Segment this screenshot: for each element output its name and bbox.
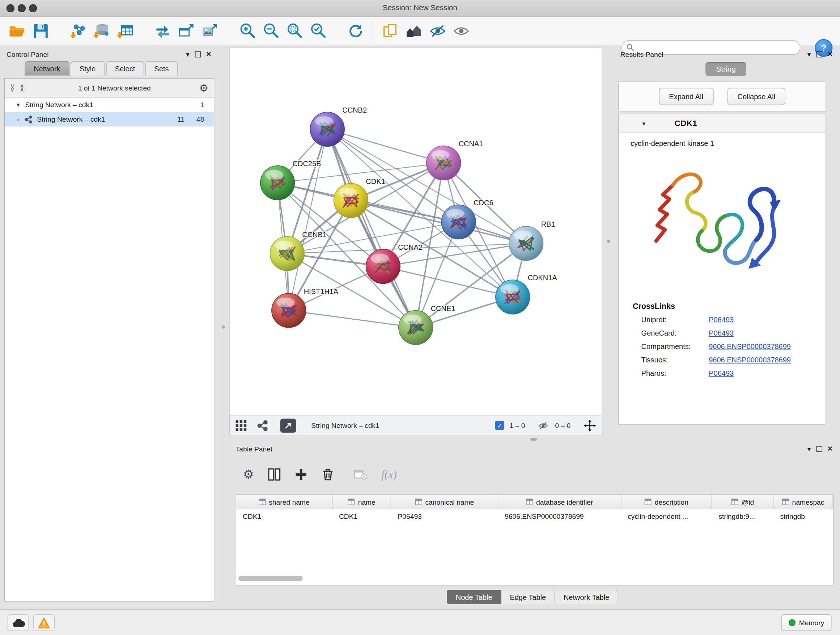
network-edge[interactable] — [289, 310, 416, 327]
selected-checkbox-icon[interactable]: ✓ — [495, 421, 504, 430]
select-columns-icon[interactable] — [268, 468, 281, 481]
export-image-button[interactable] — [198, 19, 222, 43]
tab-network-table[interactable]: Network Table — [554, 590, 619, 604]
network-node-CDKN1A[interactable]: CDKN1A — [496, 274, 557, 314]
pan-tool-icon[interactable] — [584, 419, 597, 432]
crosslink-row: Uniprot:P06493 — [641, 316, 826, 324]
horizontal-scrollbar-thumb[interactable] — [238, 576, 303, 581]
network-edge[interactable] — [383, 266, 513, 297]
table-toolbar: ⚙ f(x) — [236, 461, 397, 488]
clone-network-button[interactable] — [379, 19, 402, 43]
panel-float-icon[interactable] — [816, 446, 822, 451]
bottom-splitter-handle[interactable] — [531, 438, 537, 440]
tab-sets[interactable]: Sets — [145, 61, 178, 76]
column-header-canonical-name[interactable]: canonical name — [392, 495, 499, 509]
panel-menu-icon[interactable]: ▾ — [807, 51, 811, 57]
hide-graphics-button[interactable] — [426, 19, 449, 43]
table-cell[interactable]: 9606.ENSP00000378699 — [498, 509, 621, 524]
export-table-button[interactable] — [175, 19, 198, 43]
zoom-out-button[interactable] — [259, 19, 283, 43]
panel-menu-icon[interactable]: ▾ — [807, 445, 811, 452]
panel-close-icon[interactable]: × — [827, 445, 832, 453]
left-splitter-handle[interactable] — [222, 325, 225, 329]
column-header-name[interactable]: name — [332, 495, 392, 509]
result-entry-header[interactable]: ▼ CDK1 — [619, 114, 826, 133]
network-edge[interactable] — [327, 129, 444, 163]
tab-string[interactable]: String — [706, 62, 746, 76]
column-header-description[interactable]: description — [621, 495, 712, 509]
panel-close-icon[interactable]: × — [827, 50, 832, 59]
network-node-CDC25B[interactable]: CDC25B — [261, 160, 321, 200]
expand-all-icon[interactable]: ∧∧ — [20, 84, 24, 92]
gear-icon[interactable]: ⚙ — [199, 82, 208, 94]
network-node-HIST1H1A[interactable]: HIST1H1A — [272, 287, 339, 328]
network-edge[interactable] — [289, 129, 327, 310]
crosslink-link[interactable]: P06493 — [709, 369, 739, 377]
crosslink-link[interactable]: P06493 — [709, 316, 739, 324]
tab-network[interactable]: Network — [25, 61, 69, 76]
table-cell[interactable]: CDK1 — [332, 509, 392, 524]
crosslink-link[interactable]: P06493 — [709, 329, 739, 337]
right-splitter-handle[interactable] — [607, 240, 610, 243]
tree-twisty-icon[interactable]: ▼ — [16, 102, 21, 108]
collapse-all-icon[interactable]: ∨∨ — [10, 84, 14, 92]
network-row[interactable]: ● String Network – cdk1 11 48 — [5, 112, 214, 127]
add-column-icon[interactable] — [294, 468, 308, 481]
entry-twisty-icon[interactable]: ▼ — [641, 120, 647, 126]
collapse-all-button[interactable]: Collapse All — [727, 88, 785, 105]
tab-select[interactable]: Select — [106, 61, 144, 76]
table-settings-icon[interactable]: ⚙ — [243, 467, 254, 481]
network-node-CCNB2[interactable]: CCNB2 — [310, 106, 367, 146]
zoom-selected-button[interactable] — [306, 19, 330, 43]
expand-all-button[interactable]: Expand All — [659, 88, 714, 105]
panel-float-icon[interactable] — [195, 51, 201, 57]
network-node-CCNA1[interactable]: CCNA1 — [426, 140, 483, 180]
refresh-view-button[interactable] — [344, 19, 368, 43]
network-node-CDK1[interactable]: CDK1 — [334, 177, 385, 218]
zoom-in-button[interactable] — [236, 19, 259, 43]
panel-float-icon[interactable] — [816, 51, 822, 57]
import-network-file-button[interactable] — [66, 19, 90, 43]
crosslink-link[interactable]: 9606.ENSP00000378699 — [709, 342, 796, 350]
import-network-database-button[interactable] — [90, 19, 114, 43]
memory-button[interactable]: Memory — [781, 614, 831, 631]
show-graphics-button[interactable] — [449, 19, 473, 43]
column-header-namespac[interactable]: namespac — [774, 495, 833, 509]
network-from-selection-button[interactable] — [151, 19, 175, 43]
column-header-database-identifier[interactable]: database identifier — [498, 495, 621, 509]
import-table-button[interactable] — [114, 19, 137, 43]
open-session-button[interactable] — [5, 19, 29, 43]
grid-view-icon[interactable] — [235, 420, 247, 432]
network-list-header: ∨∨ ∧∧ 1 of 1 Network selected ⚙ — [5, 79, 214, 98]
table-cell[interactable]: CDK1 — [236, 509, 332, 524]
table-cell[interactable]: cyclin-dependent ... — [621, 509, 712, 524]
cloud-status-button[interactable] — [8, 614, 29, 631]
swap-arrows-icon — [154, 22, 172, 40]
network-canvas[interactable]: CCNB2CCNA1CDC25BCDK1CDC6RB1CCNB1CCNA2CDK… — [230, 48, 602, 416]
show-all-views-button[interactable] — [402, 19, 426, 43]
warnings-button[interactable] — [33, 614, 55, 631]
tab-style[interactable]: Style — [71, 61, 105, 76]
network-node-CCNB1[interactable]: CCNB1 — [270, 231, 327, 271]
network-node-RB1[interactable]: RB1 — [509, 220, 555, 260]
table-row[interactable]: CDK1CDK1P064939606.ENSP00000378699cyclin… — [236, 509, 833, 524]
tab-edge-table[interactable]: Edge Table — [501, 590, 554, 604]
panel-close-icon[interactable]: × — [206, 50, 211, 59]
panel-menu-icon[interactable]: ▾ — [186, 51, 189, 57]
zoom-fit-button[interactable] — [283, 19, 306, 43]
delete-column-icon[interactable] — [321, 468, 334, 481]
network-edge[interactable] — [327, 129, 416, 328]
detach-view-button[interactable] — [280, 418, 296, 432]
table-cell[interactable]: stringdb — [774, 509, 833, 524]
tab-node-table[interactable]: Node Table — [447, 590, 501, 604]
share-view-icon[interactable] — [256, 420, 268, 432]
save-session-button[interactable] — [29, 19, 52, 43]
node-label: CCNA2 — [398, 243, 423, 251]
column-header-@id[interactable]: @id — [712, 495, 774, 509]
network-collection-row[interactable]: ▼ String Network – cdk1 1 — [5, 98, 214, 112]
column-header-shared-name[interactable]: shared name — [236, 495, 332, 509]
crosslink-link[interactable]: 9606.ENSP00000378699 — [709, 356, 796, 364]
table-cell[interactable]: stringdb:9... — [712, 509, 774, 524]
table-cell[interactable]: P06493 — [392, 509, 499, 524]
network-view-toolbar: String Network – cdk1 ✓ 1 – 0 0 – 0 — [229, 416, 602, 435]
